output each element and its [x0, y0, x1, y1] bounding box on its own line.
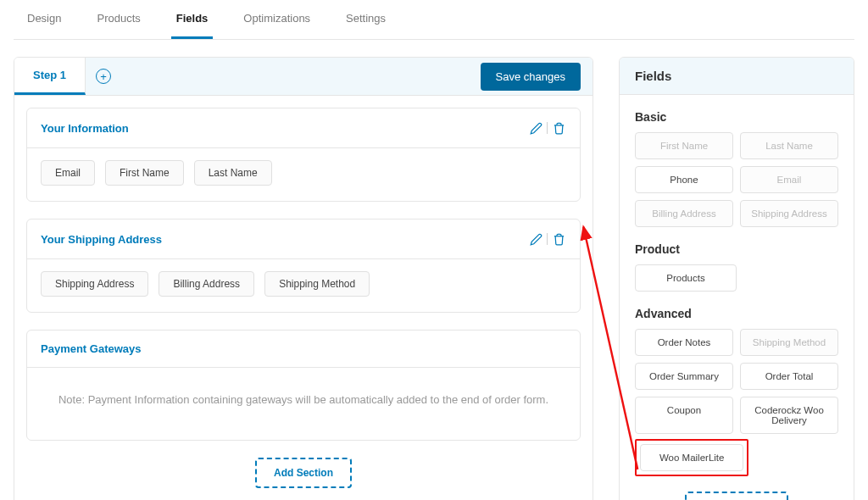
tab-optimizations[interactable]: Optimizations [238, 0, 315, 39]
step-tab[interactable]: Step 1 [14, 58, 86, 95]
divider [547, 233, 548, 245]
edit-icon[interactable] [528, 231, 543, 247]
save-button[interactable]: Save changes [481, 63, 581, 91]
edit-icon[interactable] [528, 120, 543, 136]
delete-icon[interactable] [551, 231, 566, 247]
field-billing-address: Billing Address [635, 200, 733, 227]
field-chip-first-name[interactable]: First Name [105, 160, 184, 186]
tab-design[interactable]: Design [22, 0, 66, 39]
delete-icon[interactable] [551, 120, 566, 136]
field-chip-email[interactable]: Email [41, 160, 95, 186]
field-coupon[interactable]: Coupon [635, 397, 733, 434]
fields-sidebar: Fields Basic First Name Last Name Phone … [619, 57, 854, 500]
section-your-information: Your Information [26, 108, 581, 202]
product-group-title: Product [635, 242, 838, 256]
field-shipping-method: Shipping Method [740, 329, 838, 356]
field-phone[interactable]: Phone [635, 166, 733, 193]
section-title: Your Shipping Address [41, 233, 162, 246]
field-order-notes[interactable]: Order Notes [635, 329, 733, 356]
section-title: Your Information [41, 122, 129, 135]
field-last-name: Last Name [740, 132, 838, 159]
field-chip-billing-address[interactable]: Billing Address [159, 271, 254, 297]
field-coderockz[interactable]: Coderockz Woo Delivery [740, 397, 838, 434]
section-payment-gateways: Payment Gateways Note: Payment Informati… [26, 330, 581, 441]
field-woo-mailerlite[interactable]: Woo MailerLite [640, 444, 743, 471]
field-products[interactable]: Products [635, 264, 737, 292]
add-step-button[interactable]: + [96, 69, 111, 84]
sidebar-title: Fields [620, 58, 854, 95]
steps-panel: Step 1 + Save changes Your Information [14, 57, 593, 500]
top-tabs: Design Products Fields Optimizations Set… [14, 0, 854, 40]
add-section-button[interactable]: Add Section [255, 458, 352, 488]
field-chip-shipping-address[interactable]: Shipping Address [41, 271, 148, 297]
step-header: Step 1 + Save changes [14, 58, 593, 96]
field-chip-last-name[interactable]: Last Name [194, 160, 272, 186]
highlighted-field-box: Woo MailerLite [635, 439, 748, 476]
add-new-field-button[interactable]: Add New Field [685, 492, 789, 500]
advanced-group-title: Advanced [635, 307, 838, 320]
divider [547, 122, 548, 134]
field-order-total[interactable]: Order Total [740, 363, 838, 390]
plus-icon: + [100, 71, 107, 82]
field-first-name: First Name [635, 132, 733, 159]
tab-fields[interactable]: Fields [171, 0, 214, 39]
field-email: Email [740, 166, 838, 193]
field-chip-shipping-method[interactable]: Shipping Method [264, 271, 370, 297]
basic-group-title: Basic [635, 110, 838, 124]
section-title: Payment Gateways [41, 342, 142, 355]
field-shipping-address: Shipping Address [740, 200, 838, 227]
tab-products[interactable]: Products [92, 0, 145, 39]
payment-note: Note: Payment Information containing gat… [27, 368, 580, 440]
field-order-summary[interactable]: Order Summary [635, 363, 733, 390]
tab-settings[interactable]: Settings [341, 0, 391, 39]
section-shipping-address: Your Shipping Address [26, 219, 581, 313]
